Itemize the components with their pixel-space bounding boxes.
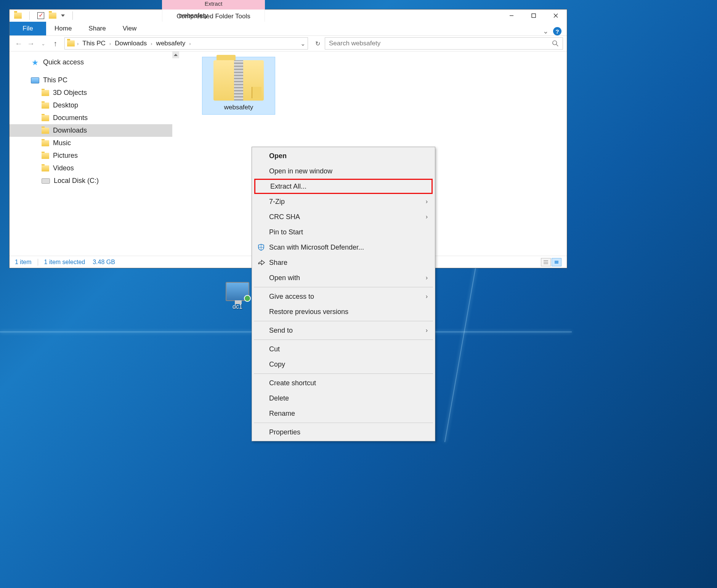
chevron-right-icon: › xyxy=(426,213,428,220)
recent-dropdown[interactable]: ⌄ xyxy=(38,38,48,49)
sidebar-documents[interactable]: Documents xyxy=(10,112,172,124)
status-selection-size: 3.48 GB xyxy=(93,259,115,266)
menu-delete[interactable]: Delete xyxy=(253,391,434,406)
folder-icon xyxy=(42,90,49,96)
search-input[interactable] xyxy=(329,40,549,47)
navigation-pane: ★Quick access This PC 3D Objects Desktop… xyxy=(10,51,179,256)
menu-give-access[interactable]: Give access to› xyxy=(253,289,434,304)
desktop-shortcut-dc1[interactable]: dc1 xyxy=(226,282,249,310)
nav-scrollbar[interactable] xyxy=(172,51,179,256)
sidebar-3d-objects[interactable]: 3D Objects xyxy=(10,87,172,99)
chevron-right-icon[interactable]: › xyxy=(151,41,152,46)
menu-open[interactable]: Open xyxy=(253,148,434,163)
sidebar-music[interactable]: Music xyxy=(10,137,172,149)
qat-newfolder-icon[interactable] xyxy=(49,13,56,19)
folder-icon xyxy=(42,140,49,146)
help-icon[interactable]: ? xyxy=(553,27,561,35)
share-icon xyxy=(257,258,265,267)
menu-separator xyxy=(254,423,433,423)
sidebar-item-label: Documents xyxy=(53,114,88,122)
contextual-tab-group: Extract Compressed Folder Tools xyxy=(162,0,265,23)
breadcrumb-thispc[interactable]: This PC xyxy=(81,40,107,47)
refresh-button[interactable]: ↻ xyxy=(312,38,323,49)
qat-properties-icon[interactable] xyxy=(37,12,44,19)
tab-file[interactable]: File xyxy=(10,22,46,35)
zip-folder-icon xyxy=(213,60,264,101)
menu-copy[interactable]: Copy xyxy=(253,357,434,372)
minimize-button[interactable] xyxy=(500,10,523,22)
close-button[interactable] xyxy=(545,10,567,22)
sidebar-desktop[interactable]: Desktop xyxy=(10,99,172,112)
sidebar-this-pc[interactable]: This PC xyxy=(10,74,172,87)
tab-share[interactable]: Share xyxy=(80,22,114,35)
chevron-right-icon: › xyxy=(426,274,428,281)
menu-extract-all[interactable]: Extract All... xyxy=(254,179,433,194)
file-label: websafety xyxy=(224,104,253,111)
menu-defender-scan[interactable]: Scan with Microsoft Defender... xyxy=(253,240,434,255)
search-box[interactable] xyxy=(325,37,563,50)
menu-separator xyxy=(254,321,433,321)
sidebar-item-label: Downloads xyxy=(53,127,87,135)
menu-send-to[interactable]: Send to› xyxy=(253,323,434,338)
menu-cut[interactable]: Cut xyxy=(253,341,434,357)
sidebar-local-disk[interactable]: Local Disk (C:) xyxy=(10,175,172,187)
chevron-right-icon[interactable]: › xyxy=(77,41,79,46)
navigation-bar: ← → ⌄ ↑ › This PC › Downloads › websafet… xyxy=(10,35,567,51)
ribbon-expand-icon[interactable]: ⌄ xyxy=(543,27,549,35)
chevron-right-icon: › xyxy=(426,198,428,205)
address-bar[interactable]: › This PC › Downloads › websafety › ⌄ xyxy=(64,37,308,50)
title-bar: Extract Compressed Folder Tools websafet… xyxy=(10,10,567,22)
svg-rect-9 xyxy=(555,261,558,264)
sidebar-item-label: This PC xyxy=(43,76,67,84)
menu-open-with[interactable]: Open with› xyxy=(253,270,434,285)
app-folder-icon xyxy=(14,13,22,19)
up-button[interactable]: ↑ xyxy=(50,38,61,49)
view-details-button[interactable] xyxy=(541,258,551,266)
menu-share[interactable]: Share xyxy=(253,255,434,270)
sidebar-item-label: Quick access xyxy=(43,58,84,66)
menu-open-new-window[interactable]: Open in new window xyxy=(253,163,434,179)
back-button[interactable]: ← xyxy=(13,38,24,49)
disk-icon xyxy=(42,178,50,184)
menu-separator xyxy=(254,287,433,287)
menu-restore-versions[interactable]: Restore previous versions xyxy=(253,304,434,319)
svg-line-5 xyxy=(557,45,558,46)
refresh-overlay-icon xyxy=(244,295,251,302)
sidebar-pictures[interactable]: Pictures xyxy=(10,149,172,162)
sidebar-item-label: Local Disk (C:) xyxy=(54,177,99,185)
file-item-websafety-zip[interactable]: websafety xyxy=(202,57,275,115)
folder-icon xyxy=(42,128,49,134)
sidebar-downloads[interactable]: Downloads xyxy=(10,124,172,137)
menu-properties[interactable]: Properties xyxy=(253,425,434,440)
sidebar-item-label: Desktop xyxy=(53,101,78,109)
chevron-right-icon: › xyxy=(426,327,428,334)
sidebar-videos[interactable]: Videos xyxy=(10,162,172,175)
sidebar-item-label: Videos xyxy=(53,164,74,172)
menu-rename[interactable]: Rename xyxy=(253,406,434,421)
tab-compressed-tools[interactable]: Compressed Folder Tools xyxy=(162,10,265,23)
chevron-right-icon[interactable]: › xyxy=(109,41,111,46)
tab-view[interactable]: View xyxy=(114,22,145,35)
folder-icon xyxy=(42,115,49,121)
menu-7zip[interactable]: 7-Zip› xyxy=(253,194,434,209)
chevron-right-icon[interactable]: › xyxy=(189,41,191,46)
menu-crc-sha[interactable]: CRC SHA› xyxy=(253,209,434,224)
breadcrumb-websafety[interactable]: websafety xyxy=(155,40,187,47)
forward-button[interactable]: → xyxy=(26,38,36,49)
maximize-button[interactable] xyxy=(523,10,545,22)
ribbon-tabs: File Home Share View ⌄ ? xyxy=(10,22,567,35)
sidebar-item-label: Pictures xyxy=(53,152,78,160)
breadcrumb-downloads[interactable]: Downloads xyxy=(113,40,148,47)
menu-create-shortcut[interactable]: Create shortcut xyxy=(253,375,434,391)
svg-point-4 xyxy=(553,41,557,45)
address-dropdown-icon[interactable]: ⌄ xyxy=(300,40,305,47)
computer-icon xyxy=(226,282,249,301)
search-icon[interactable] xyxy=(552,40,559,47)
view-icons-button[interactable] xyxy=(552,258,561,266)
svg-rect-1 xyxy=(532,14,536,18)
qat-dropdown-icon[interactable] xyxy=(61,14,65,17)
desktop-shortcut-label: dc1 xyxy=(233,303,242,310)
tab-home[interactable]: Home xyxy=(46,22,80,35)
menu-pin-start[interactable]: Pin to Start xyxy=(253,224,434,240)
sidebar-quick-access[interactable]: ★Quick access xyxy=(10,56,172,69)
